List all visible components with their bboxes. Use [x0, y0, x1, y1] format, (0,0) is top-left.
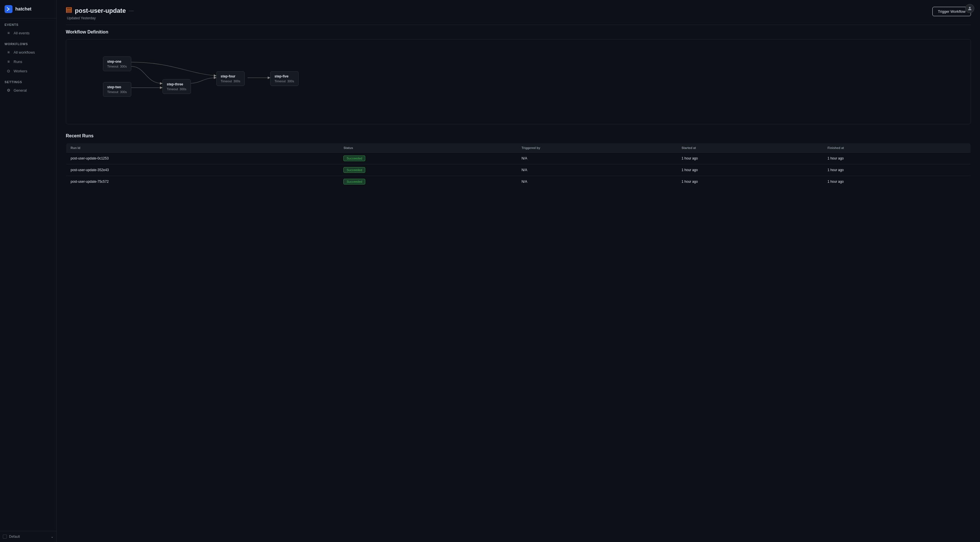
step-three-timeout-label: Timeout	[167, 88, 178, 91]
step-four-timeout-label: Timeout	[221, 80, 232, 83]
table-row[interactable]: post-user-update-352e43 Succeeded N/A 1 …	[66, 164, 971, 176]
status-cell: Succeeded	[339, 153, 517, 164]
sidebar-item-runs-label: Runs	[14, 60, 22, 64]
page-header: post-user-update — Updated Yesterday Tri…	[66, 7, 971, 20]
sidebar-item-all-events-label: All events	[14, 31, 30, 35]
sidebar-settings-section: Settings ⚙ General	[0, 76, 56, 95]
workflow-definition-title: Workflow Definition	[66, 30, 971, 35]
sidebar: hatchet Events ≡ All events Workflows ≡ …	[0, 0, 57, 542]
step-node-four: step-four Timeout 300s	[216, 71, 245, 86]
main-content: post-user-update — Updated Yesterday Tri…	[57, 0, 980, 542]
svg-rect-1	[66, 8, 72, 9]
workers-icon: ⊙	[6, 69, 11, 73]
runs-icon: ≡	[6, 59, 11, 64]
sidebar-events-section: Events ≡ All events	[0, 18, 56, 38]
events-section-label: Events	[0, 18, 56, 28]
chevron-down-icon: ⌄	[51, 535, 54, 539]
triggered-by-cell: N/A	[517, 153, 677, 164]
step-node-three: step-three Timeout 300s	[162, 79, 191, 94]
runs-table: Run Id Status Triggered by Started at Fi…	[66, 143, 971, 188]
user-avatar[interactable]	[965, 4, 974, 13]
step-two-timeout-label: Timeout	[107, 90, 118, 94]
status-badge: Succeeded	[344, 179, 365, 185]
sidebar-item-all-workflows-label: All workflows	[14, 50, 35, 54]
started-at-cell: 1 hour ago	[677, 153, 823, 164]
step-node-two: step-two Timeout 300s	[103, 82, 131, 97]
gear-icon: ⚙	[6, 88, 11, 92]
workflow-definition-section: Workflow Definition	[66, 30, 971, 124]
table-row[interactable]: post-user-update-75c572 Succeeded N/A 1 …	[66, 176, 971, 188]
workflow-arrows	[66, 40, 970, 124]
step-node-five: step-five Timeout 300s	[270, 71, 299, 86]
app-logo	[5, 5, 13, 13]
col-triggered-by: Triggered by	[517, 143, 677, 153]
run-id-cell: post-user-update-0c1253	[66, 153, 339, 164]
page-title-section: post-user-update — Updated Yesterday	[66, 7, 134, 20]
status-badge: Succeeded	[344, 167, 365, 173]
divider-1	[66, 25, 971, 25]
table-row[interactable]: post-user-update-0c1253 Succeeded N/A 1 …	[66, 153, 971, 164]
step-two-timeout-value: 300s	[120, 90, 127, 94]
sidebar-item-general-label: General	[14, 88, 27, 92]
finished-at-cell: 1 hour ago	[823, 176, 970, 188]
triggered-by-cell: N/A	[517, 164, 677, 176]
sidebar-item-runs[interactable]: ≡ Runs	[2, 57, 55, 66]
run-id-cell: post-user-update-75c572	[66, 176, 339, 188]
workflow-canvas: step-one Timeout 300s step-two Timeout 3…	[66, 39, 971, 124]
workspace-icon	[3, 535, 7, 539]
page-title: post-user-update	[75, 7, 126, 14]
svg-point-0	[969, 7, 970, 8]
status-cell: Succeeded	[339, 164, 517, 176]
list-icon: ≡	[6, 31, 11, 35]
col-run-id: Run Id	[66, 143, 339, 153]
sidebar-item-all-events[interactable]: ≡ All events	[2, 29, 55, 37]
step-one-timeout-value: 300s	[120, 65, 127, 68]
sidebar-item-workers-label: Workers	[14, 69, 27, 73]
recent-runs-section: Recent Runs Run Id Status Triggered by S…	[66, 133, 971, 188]
step-three-name: step-three	[167, 82, 186, 86]
triggered-by-cell: N/A	[517, 176, 677, 188]
workspace-label: Default	[9, 535, 20, 539]
app-title: hatchet	[15, 6, 32, 12]
col-finished-at: Finished at	[823, 143, 970, 153]
sidebar-item-general[interactable]: ⚙ General	[2, 86, 55, 95]
sidebar-item-workers[interactable]: ⊙ Workers	[2, 66, 55, 75]
sidebar-workflows-section: Workflows ≡ All workflows ≡ Runs ⊙ Worke…	[0, 38, 56, 76]
page-title-row: post-user-update —	[66, 7, 134, 14]
col-status: Status	[339, 143, 517, 153]
svg-rect-3	[66, 11, 72, 13]
step-four-timeout-value: 300s	[233, 80, 240, 83]
dash-separator: —	[129, 8, 134, 14]
step-four-name: step-four	[221, 74, 240, 78]
sidebar-header: hatchet	[0, 0, 56, 18]
step-five-timeout-label: Timeout	[275, 80, 286, 83]
col-started-at: Started at	[677, 143, 823, 153]
table-header-row: Run Id Status Triggered by Started at Fi…	[66, 143, 971, 153]
page-updated-label: Updated Yesterday	[67, 16, 134, 20]
step-five-timeout-value: 300s	[287, 80, 294, 83]
workspace-selector[interactable]: Default	[3, 535, 20, 539]
run-id-cell: post-user-update-352e43	[66, 164, 339, 176]
svg-rect-2	[66, 10, 72, 11]
list-icon-2: ≡	[6, 50, 11, 54]
status-badge: Succeeded	[344, 156, 365, 161]
workflow-stack-icon	[66, 7, 72, 14]
finished-at-cell: 1 hour ago	[823, 164, 970, 176]
step-one-name: step-one	[107, 60, 127, 64]
finished-at-cell: 1 hour ago	[823, 153, 970, 164]
sidebar-item-all-workflows[interactable]: ≡ All workflows	[2, 48, 55, 57]
started-at-cell: 1 hour ago	[677, 164, 823, 176]
step-node-one: step-one Timeout 300s	[103, 56, 131, 71]
step-one-timeout-label: Timeout	[107, 65, 118, 68]
step-five-name: step-five	[275, 74, 294, 78]
step-three-timeout-value: 300s	[180, 88, 186, 91]
step-two-name: step-two	[107, 85, 127, 89]
recent-runs-title: Recent Runs	[66, 133, 971, 139]
status-cell: Succeeded	[339, 176, 517, 188]
started-at-cell: 1 hour ago	[677, 176, 823, 188]
settings-section-label: Settings	[0, 76, 56, 85]
workflows-section-label: Workflows	[0, 38, 56, 48]
sidebar-footer[interactable]: Default ⌄	[0, 531, 56, 542]
